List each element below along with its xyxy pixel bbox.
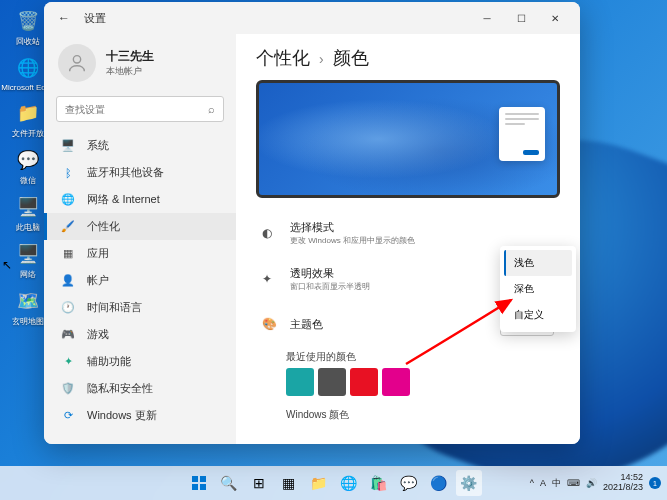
color-preview [256, 80, 560, 198]
nav-icon: ✦ [61, 355, 75, 369]
chevron-right-icon: › [319, 51, 324, 67]
nav-label: 帐户 [87, 273, 109, 288]
store-button[interactable]: 🛍️ [366, 470, 392, 496]
color-swatch[interactable] [318, 368, 346, 396]
sidebar-item-帐户[interactable]: 👤帐户 [44, 267, 236, 294]
Microsoft Edge-icon: 🌐 [15, 55, 41, 81]
sidebar-item-时间和语言[interactable]: 🕐时间和语言 [44, 294, 236, 321]
sidebar-item-游戏[interactable]: 🎮游戏 [44, 321, 236, 348]
settings-taskbar-button[interactable]: ⚙️ [456, 470, 482, 496]
desktop-icon[interactable]: 🖥️此电脑 [8, 194, 48, 233]
desktop-icons: 🗑️回收站🌐Microsoft Edge📁文件开放💬微信🖥️此电脑🖥️网络🗺️玄… [8, 8, 48, 327]
dropdown-option[interactable]: 浅色 [504, 250, 572, 276]
desktop-icon[interactable]: 💬微信 [8, 147, 48, 186]
color-swatch[interactable] [382, 368, 410, 396]
desktop-icon-label: 此电脑 [16, 222, 40, 233]
browser-button[interactable]: 🔵 [426, 470, 452, 496]
nav-label: 辅助功能 [87, 354, 131, 369]
nav-label: Windows 更新 [87, 408, 157, 423]
nav-label: 时间和语言 [87, 300, 142, 315]
nav-icon: 🌐 [61, 193, 75, 207]
sidebar-item-隐私和安全性[interactable]: 🛡️隐私和安全性 [44, 375, 236, 402]
search-icon: ⌕ [208, 103, 215, 115]
clock[interactable]: 14:52 2021/8/23 [603, 473, 643, 493]
taskview-button[interactable]: ⊞ [246, 470, 272, 496]
nav: 🖥️系统ᛒ蓝牙和其他设备🌐网络 & Internet🖌️个性化▦应用👤帐户🕐时间… [44, 132, 236, 429]
maximize-button[interactable]: ☐ [504, 4, 538, 32]
taskbar: 🔍 ⊞ ▦ 📁 🌐 🛍️ 💬 🔵 ⚙️ ^ A 中 ⌨ 🔊 14:52 2021… [0, 466, 667, 500]
sidebar-item-Windows 更新[interactable]: ⟳Windows 更新 [44, 402, 236, 429]
nav-icon: ▦ [61, 247, 75, 261]
sidebar-item-应用[interactable]: ▦应用 [44, 240, 236, 267]
nav-label: 隐私和安全性 [87, 381, 153, 396]
desktop-icon-label: 文件开放 [12, 128, 44, 139]
sidebar-item-蓝牙和其他设备[interactable]: ᛒ蓝牙和其他设备 [44, 159, 236, 186]
sidebar-item-系统[interactable]: 🖥️系统 [44, 132, 236, 159]
taskbar-center: 🔍 ⊞ ▦ 📁 🌐 🛍️ 💬 🔵 ⚙️ [186, 470, 482, 496]
setting-icon: ◐ [262, 226, 278, 240]
desktop-icon[interactable]: 📁文件开放 [8, 100, 48, 139]
search-button[interactable]: 🔍 [216, 470, 242, 496]
ime-indicator[interactable]: A [540, 478, 546, 488]
svg-point-0 [73, 56, 80, 63]
sidebar-item-个性化[interactable]: 🖌️个性化 [44, 213, 236, 240]
dropdown-option[interactable]: 自定义 [504, 302, 572, 328]
back-button[interactable]: ← [52, 6, 76, 30]
svg-rect-3 [192, 484, 198, 490]
color-swatch[interactable] [286, 368, 314, 396]
svg-rect-2 [200, 476, 206, 482]
volume-icon[interactable]: 🔊 [586, 478, 597, 488]
nav-icon: 🛡️ [61, 382, 75, 396]
recent-colors-label: 最近使用的颜色 [286, 350, 554, 364]
user-name: 十三先生 [106, 48, 154, 65]
minimize-button[interactable]: ─ [470, 4, 504, 32]
edge-button[interactable]: 🌐 [336, 470, 362, 496]
desktop-icon[interactable]: 🗺️玄明地图 [8, 288, 48, 327]
breadcrumb-parent[interactable]: 个性化 [256, 48, 310, 68]
setting-desc: 更改 Windows 和应用中显示的颜色 [290, 235, 554, 246]
notification-badge[interactable]: 1 [649, 477, 661, 489]
desktop-icon-label: 回收站 [16, 36, 40, 47]
nav-label: 个性化 [87, 219, 120, 234]
color-swatch[interactable] [350, 368, 378, 396]
cursor-icon: ↖ [2, 258, 12, 272]
search-box[interactable]: ⌕ [56, 96, 224, 122]
sidebar-item-辅助功能[interactable]: ✦辅助功能 [44, 348, 236, 375]
widgets-button[interactable]: ▦ [276, 470, 302, 496]
explorer-button[interactable]: 📁 [306, 470, 332, 496]
网络-icon: 🖥️ [15, 241, 41, 267]
desktop-icon[interactable]: 🌐Microsoft Edge [8, 55, 48, 92]
微信-icon: 💬 [15, 147, 41, 173]
setting-icon: 🎨 [262, 317, 278, 331]
ime-keyboard-icon[interactable]: ⌨ [567, 478, 580, 488]
breadcrumb: 个性化 › 颜色 [256, 46, 560, 70]
文件开放-icon: 📁 [15, 100, 41, 126]
desktop-icon[interactable]: 🖥️网络 [8, 241, 48, 280]
desktop-icon[interactable]: 🗑️回收站 [8, 8, 48, 47]
desktop-icon-label: 玄明地图 [12, 316, 44, 327]
ime-lang[interactable]: 中 [552, 477, 561, 490]
titlebar: ← 设置 ─ ☐ ✕ [44, 2, 580, 34]
windows-colors-heading: Windows 颜色 [286, 408, 554, 422]
nav-label: 游戏 [87, 327, 109, 342]
setting-title: 主题色 [290, 317, 500, 332]
svg-rect-1 [192, 476, 198, 482]
nav-icon: 🎮 [61, 328, 75, 342]
dropdown-option[interactable]: 深色 [504, 276, 572, 302]
tray-chevron-icon[interactable]: ^ [530, 478, 534, 488]
search-input[interactable] [65, 104, 208, 115]
user-block[interactable]: 十三先生 本地帐户 [44, 40, 236, 92]
sidebar: 十三先生 本地帐户 ⌕ 🖥️系统ᛒ蓝牙和其他设备🌐网络 & Internet🖌️… [44, 34, 236, 444]
desktop-icon-label: 网络 [20, 269, 36, 280]
wechat-button[interactable]: 💬 [396, 470, 422, 496]
nav-icon: 🖥️ [61, 139, 75, 153]
此电脑-icon: 🖥️ [15, 194, 41, 220]
nav-icon: 🕐 [61, 301, 75, 315]
nav-icon: ᛒ [61, 166, 75, 180]
sidebar-item-网络 & Internet[interactable]: 🌐网络 & Internet [44, 186, 236, 213]
start-button[interactable] [186, 470, 212, 496]
close-button[interactable]: ✕ [538, 4, 572, 32]
preview-window-card [499, 107, 545, 161]
user-type: 本地帐户 [106, 65, 154, 78]
clock-date: 2021/8/23 [603, 483, 643, 493]
